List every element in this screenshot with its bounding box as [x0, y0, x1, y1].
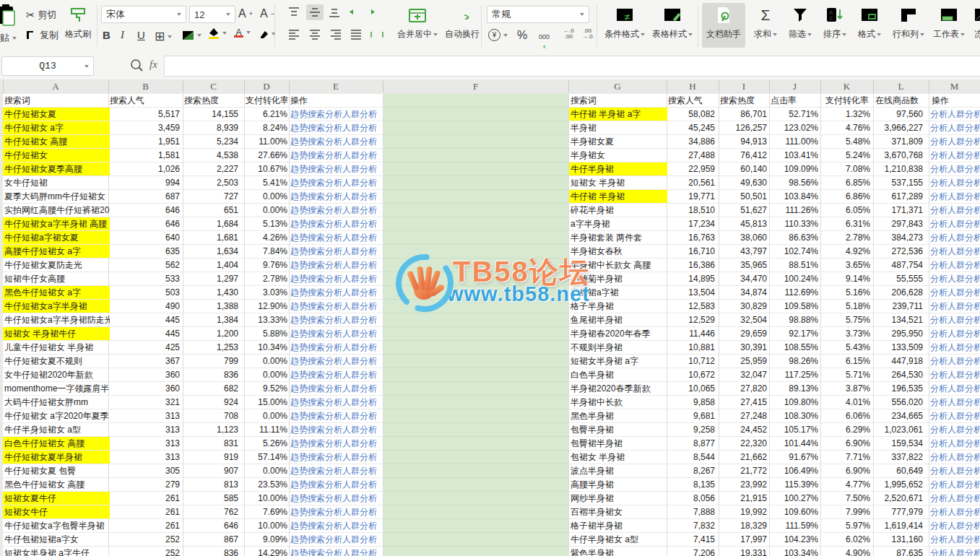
column-header-D[interactable]: D: [244, 79, 289, 94]
rows-cols-button[interactable]: 行和列: [888, 3, 929, 48]
column-header-K[interactable]: K: [820, 79, 873, 94]
analysis-links[interactable]: 分析人群分析: [930, 505, 980, 518]
zoom-search-icon[interactable]: [130, 58, 144, 75]
analysis-links[interactable]: 分析人群分析: [930, 204, 980, 217]
analysis-links[interactable]: 分析人群分析: [930, 149, 980, 162]
analysis-links[interactable]: 分析人群分析: [930, 437, 980, 450]
analysis-links[interactable]: 分析人群分析: [930, 492, 980, 505]
trend-analysis-links[interactable]: 趋势搜索分析人群分析: [290, 409, 377, 422]
analysis-links[interactable]: 分析人群分析: [930, 355, 980, 368]
format-button[interactable]: 格式: [854, 3, 885, 48]
paste-button[interactable]: [0, 4, 16, 30]
trend-analysis-links[interactable]: 趋势搜索分析人群分析: [290, 217, 377, 230]
analysis-links[interactable]: 分析人群分析: [930, 519, 980, 532]
trend-analysis-links[interactable]: 趋势搜索分析人群分析: [290, 121, 377, 134]
trend-analysis-links[interactable]: 趋势搜索分析人群分析: [290, 382, 377, 395]
analysis-links[interactable]: 分析人群分析: [930, 162, 980, 175]
trend-analysis-links[interactable]: 趋势搜索分析人群分析: [290, 492, 377, 505]
analysis-links[interactable]: 分析人群分析: [930, 464, 980, 477]
sum-button[interactable]: Σ 求和: [750, 3, 781, 48]
percent-style-button[interactable]: %: [517, 29, 527, 42]
analysis-links[interactable]: 分析人群分析: [930, 478, 980, 491]
column-header-G[interactable]: G: [568, 79, 667, 94]
analysis-links[interactable]: 分析人群分析: [930, 231, 980, 244]
trend-analysis-links[interactable]: 趋势搜索分析人群分析: [290, 368, 377, 381]
align-bottom-button[interactable]: [328, 6, 341, 21]
trend-analysis-links[interactable]: 趋势搜索分析人群分析: [290, 272, 377, 285]
trend-analysis-links[interactable]: 趋势搜索分析人群分析: [290, 464, 377, 477]
decrease-indent-button[interactable]: [348, 6, 363, 21]
freeze-panes-button[interactable]: 冻结: [965, 3, 980, 48]
trend-analysis-links[interactable]: 趋势搜索分析人群分析: [290, 313, 377, 326]
column-header-J[interactable]: J: [769, 79, 820, 94]
doc-assistant-button[interactable]: 文档助手: [702, 3, 745, 48]
align-right-button[interactable]: [329, 29, 342, 43]
trend-analysis-links[interactable]: 趋势搜索分析人群分析: [290, 451, 377, 464]
trend-analysis-links[interactable]: 趋势搜索分析人群分析: [290, 259, 377, 272]
trend-analysis-links[interactable]: 趋势搜索分析人群分析: [290, 327, 377, 340]
analysis-links[interactable]: 分析人群分析: [930, 423, 980, 436]
copy-button[interactable]: 复制: [26, 29, 58, 42]
bold-button[interactable]: B: [103, 29, 110, 41]
analysis-links[interactable]: 分析人群分析: [930, 245, 980, 258]
trend-analysis-links[interactable]: 趋势搜索分析人群分析: [290, 396, 377, 409]
italic-button[interactable]: I: [121, 29, 124, 41]
column-header-I[interactable]: I: [719, 79, 769, 94]
currency-button[interactable]: ¥: [488, 29, 508, 41]
align-middle-button[interactable]: [306, 4, 324, 20]
trend-analysis-links[interactable]: 趋势搜索分析人群分析: [290, 519, 377, 532]
analysis-links[interactable]: 分析人群分析: [930, 272, 980, 285]
table-style-button[interactable]: 表格样式: [650, 3, 695, 48]
align-left-button[interactable]: [287, 29, 300, 43]
increase-indent-button[interactable]: [370, 6, 384, 21]
font-family-select[interactable]: 宋体: [101, 6, 186, 23]
align-center-button[interactable]: [308, 29, 321, 43]
shrink-font-button[interactable]: A−: [260, 7, 274, 20]
font-color-button[interactable]: A: [234, 27, 251, 38]
column-header-C[interactable]: C: [183, 79, 244, 94]
trend-analysis-links[interactable]: 趋势搜索分析人群分析: [290, 204, 377, 217]
analysis-links[interactable]: 分析人群分析: [930, 396, 980, 409]
analysis-links[interactable]: 分析人群分析: [930, 533, 980, 546]
analysis-links[interactable]: 分析人群分析: [930, 547, 980, 556]
grow-font-button[interactable]: A+: [238, 7, 253, 20]
cell-style-button[interactable]: [182, 30, 201, 40]
trend-analysis-links[interactable]: 趋势搜索分析人群分析: [290, 190, 377, 203]
trend-analysis-links[interactable]: 趋势搜索分析人群分析: [290, 533, 377, 546]
analysis-links[interactable]: 分析人群分析: [930, 259, 980, 272]
justify-button[interactable]: [350, 29, 363, 43]
analysis-links[interactable]: 分析人群分析: [930, 190, 980, 203]
name-box[interactable]: Q13: [1, 56, 94, 76]
eraser-button[interactable]: [257, 29, 276, 39]
analysis-links[interactable]: 分析人群分析: [930, 135, 980, 148]
distribute-button[interactable]: [370, 29, 384, 43]
analysis-links[interactable]: 分析人群分析: [930, 300, 980, 313]
analysis-links[interactable]: 分析人群分析: [930, 451, 980, 464]
trend-analysis-links[interactable]: 趋势搜索分析人群分析: [290, 135, 377, 148]
worksheet-button[interactable]: 工作表: [930, 3, 968, 48]
trend-analysis-links[interactable]: 趋势搜索分析人群分析: [290, 437, 377, 450]
column-header-B[interactable]: B: [108, 79, 183, 94]
formula-input[interactable]: [164, 56, 980, 77]
trend-analysis-links[interactable]: 趋势搜索分析人群分析: [290, 300, 377, 313]
fill-color-button[interactable]: [208, 27, 227, 39]
trend-analysis-links[interactable]: 趋势搜索分析人群分析: [290, 478, 377, 491]
analysis-links[interactable]: 分析人群分析: [930, 286, 980, 299]
analysis-links[interactable]: 分析人群分析: [930, 313, 980, 326]
column-header-A[interactable]: A: [3, 79, 108, 94]
merge-center-button[interactable]: 合并居中: [390, 3, 445, 48]
column-header-L[interactable]: L: [873, 79, 929, 94]
trend-analysis-links[interactable]: 趋势搜索分析人群分析: [290, 108, 377, 121]
decrease-decimal-button[interactable]: .00 →.0: [582, 28, 593, 40]
trend-analysis-links[interactable]: 趋势搜索分析人群分析: [290, 286, 377, 299]
analysis-links[interactable]: 分析人群分析: [930, 368, 980, 381]
analysis-links[interactable]: 分析人群分析: [930, 217, 980, 230]
analysis-links[interactable]: 分析人群分析: [930, 341, 980, 354]
trend-analysis-links[interactable]: 趋势搜索分析人群分析: [290, 547, 377, 556]
trend-analysis-links[interactable]: 趋势搜索分析人群分析: [290, 341, 377, 354]
font-size-select[interactable]: 12: [189, 6, 235, 23]
trend-analysis-links[interactable]: 趋势搜索分析人群分析: [290, 231, 377, 244]
wrap-text-button[interactable]: 自动换行: [442, 3, 482, 48]
borders-button[interactable]: ⊞: [155, 29, 172, 44]
column-header-F[interactable]: F: [383, 79, 568, 94]
